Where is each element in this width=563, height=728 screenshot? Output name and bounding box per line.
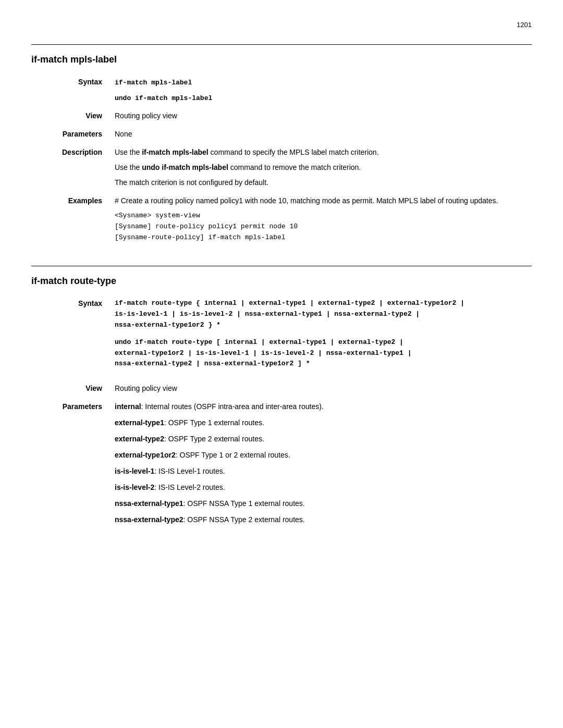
parameters-content: None: [115, 129, 532, 147]
param-isis1-term: is-is-level-1: [115, 467, 154, 475]
rt-syn-nssa1or2: nssa-external-type1or2: [115, 321, 204, 329]
page-number: 1201: [31, 21, 532, 29]
rt-syn-ext1: external-type1: [249, 299, 305, 307]
param-isis1: is-is-level-1: IS-IS Level-1 routes.: [115, 466, 532, 477]
mpls-label-table: Syntax if-match mpls-label undo if-match…: [31, 77, 532, 250]
description-item-2: Use the undo if-match mpls-label command…: [115, 162, 532, 173]
description-item-1: Use the if-match mpls-label command to s…: [115, 147, 532, 158]
param-ext1or2-desc: : OSPF Type 1 or 2 external routes.: [176, 451, 290, 459]
param-ext2-term: external-type2: [115, 435, 164, 443]
rt-undo-nssa1or2: nssa-external-type1or2: [204, 360, 294, 367]
rt-syn-isis2: is-is-level-2: [180, 310, 232, 318]
param-ext1-term: external-type1: [115, 418, 164, 427]
rt-view-label: View: [31, 383, 115, 401]
param-internal-term: internal: [115, 402, 141, 411]
rt-syntax-content: if-match route-type { internal | externa…: [115, 298, 532, 383]
param-ext1or2: external-type1or2: OSPF Type 1 or 2 exte…: [115, 450, 532, 461]
param-nssa1-term: nssa-external-type1: [115, 499, 183, 508]
syntax-row: Syntax if-match mpls-label undo if-match…: [31, 77, 532, 110]
rt-undo-nssa2: nssa-external-type2: [115, 360, 192, 367]
section-title-2: if-match route-type: [31, 276, 532, 287]
syntax-content: if-match mpls-label undo if-match mpls-l…: [115, 77, 532, 110]
examples-code: <Sysname> system-view [Sysname] route-po…: [115, 211, 532, 243]
syntax-label: Syntax: [31, 77, 115, 110]
rt-undo-isis1: is-is-level-1: [196, 349, 249, 357]
examples-content: # Create a routing policy named policy1 …: [115, 195, 532, 250]
param-internal-desc: : Internal routes (OSPF intra-area and i…: [141, 402, 324, 411]
syntax-line-1: if-match mpls-label: [115, 79, 192, 87]
description-content: Use the if-match mpls-label command to s…: [115, 147, 532, 195]
section-title-1: if-match mpls-label: [31, 54, 532, 65]
param-ext1or2-term: external-type1or2: [115, 451, 176, 459]
code-line-2: [Sysname] route-policy policy1 permit no…: [115, 221, 532, 232]
rt-syntax-block-2: undo if-match route-type [ internal | ex…: [115, 337, 532, 369]
rt-undo-ext2: external-type2: [338, 338, 395, 346]
rt-syn-nssa2: nssa-external-type2: [334, 310, 411, 318]
rt-syn-ext2: external-type2: [318, 299, 375, 307]
examples-label: Examples: [31, 195, 115, 250]
rt-undo-isis2: is-is-level-2: [261, 349, 314, 357]
parameters-row: Parameters None: [31, 129, 532, 147]
rt-parameters-content: internal: Internal routes (OSPF intra-ar…: [115, 401, 532, 533]
examples-row: Examples # Create a routing policy named…: [31, 195, 532, 250]
examples-comment: # Create a routing policy named policy1 …: [115, 195, 532, 206]
code-line-3: [Sysname-route-policy] if-match mpls-lab…: [115, 232, 532, 243]
param-nssa2-desc: : OSPF NSSA Type 2 external routes.: [183, 515, 305, 524]
view-row: View Routing policy view: [31, 110, 532, 129]
param-ext2-desc: : OSPF Type 2 external routes.: [164, 435, 264, 443]
param-ext1: external-type1: OSPF Type 1 external rou…: [115, 417, 532, 428]
param-isis2-desc: : IS-IS Level-2 routes.: [154, 483, 225, 491]
rt-view-row: View Routing policy view: [31, 383, 532, 401]
rt-syn-ext1or2: external-type1or2: [387, 299, 457, 307]
param-isis2-term: is-is-level-2: [115, 483, 154, 491]
rt-syntax-block-1: if-match route-type { internal | externa…: [115, 298, 532, 330]
rt-parameters-label: Parameters: [31, 401, 115, 533]
param-nssa1-desc: : OSPF NSSA Type 1 external routes.: [183, 499, 305, 508]
param-isis1-desc: : IS-IS Level-1 routes.: [154, 467, 225, 475]
rt-syntax-row: Syntax if-match route-type { internal | …: [31, 298, 532, 383]
rt-undo-internal: internal: [225, 338, 257, 346]
route-type-table: Syntax if-match route-type { internal | …: [31, 298, 532, 533]
param-nssa2-term: nssa-external-type2: [115, 515, 183, 524]
view-content: Routing policy view: [115, 110, 532, 129]
param-ext2: external-type2: OSPF Type 2 external rou…: [115, 434, 532, 445]
rt-syn-nssa1: nssa-external-type1: [245, 310, 322, 318]
bold-if-match-mpls-label-1: if-match mpls-label: [142, 148, 209, 156]
param-nssa2: nssa-external-type2: OSPF NSSA Type 2 ex…: [115, 514, 532, 525]
rt-undo-ext1: external-type1: [269, 338, 326, 346]
rt-undo-nssa1: nssa-external-type1: [326, 349, 403, 357]
param-internal: internal: Internal routes (OSPF intra-ar…: [115, 401, 532, 412]
rt-parameters-row: Parameters internal: Internal routes (OS…: [31, 401, 532, 533]
parameters-label: Parameters: [31, 129, 115, 147]
param-nssa1: nssa-external-type1: OSPF NSSA Type 1 ex…: [115, 498, 532, 509]
view-label: View: [31, 110, 115, 129]
rt-syn-isis1: is-is-level-1: [115, 310, 167, 318]
section-divider-2: [31, 266, 532, 266]
bold-undo-if-match-mpls-label: undo if-match mpls-label: [142, 163, 228, 171]
rt-undo-ext1or2: external-type1or2: [115, 349, 184, 357]
code-line-1: <Sysname> system-view: [115, 211, 532, 221]
rt-view-content: Routing policy view: [115, 383, 532, 401]
section-divider-1: [31, 44, 532, 45]
description-row: Description Use the if-match mpls-label …: [31, 147, 532, 195]
section-if-match-route-type: if-match route-type Syntax if-match rout…: [31, 266, 532, 533]
rt-syn-internal: internal: [204, 299, 237, 307]
description-label: Description: [31, 147, 115, 195]
section-if-match-mpls-label: if-match mpls-label Syntax if-match mpls…: [31, 44, 532, 250]
param-ext1-desc: : OSPF Type 1 external routes.: [164, 418, 264, 427]
param-isis2: is-is-level-2: IS-IS Level-2 routes.: [115, 482, 532, 493]
rt-syntax-label: Syntax: [31, 298, 115, 383]
description-item-3: The match criterion is not configured by…: [115, 177, 532, 188]
syntax-line-2: undo if-match mpls-label: [115, 94, 212, 102]
